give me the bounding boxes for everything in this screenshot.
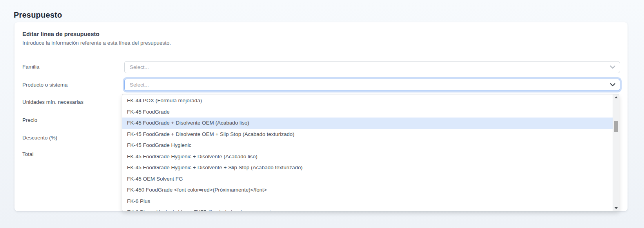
field-label-descuento: Descuento (%) xyxy=(22,135,57,141)
dropdown-option[interactable]: FK-45 FoodGrade + Disolvente OEM + Slip … xyxy=(122,129,613,140)
producto-select-placeholder: Select... xyxy=(125,82,605,88)
dropdown-option[interactable]: FK-45 FoodGrade Hygienic + Disolvente + … xyxy=(122,162,613,174)
scrollbar-thumb[interactable] xyxy=(614,121,618,132)
page: Presupuesto Editar línea de presupuesto … xyxy=(0,0,644,228)
field-label-producto: Producto o sistema xyxy=(22,82,68,88)
dropdown-option[interactable]: FK-45 FoodGrade Hygienic xyxy=(122,140,613,151)
scroll-down-arrow-icon[interactable] xyxy=(613,205,619,211)
dropdown-options: FK-44 POX (Fórmula mejorada)FK-45 FoodGr… xyxy=(122,94,613,212)
card-title: Editar línea de presupuesto xyxy=(22,31,100,37)
dropdown-option[interactable]: FK-6 Plus xyxy=(122,196,613,207)
producto-dropdown-listbox: FK-44 POX (Fórmula mejorada)FK-45 FoodGr… xyxy=(122,94,619,212)
dropdown-option[interactable]: FK-450 FoodGrade <font color=red>(Próxim… xyxy=(122,185,613,196)
field-label-total: Total xyxy=(22,151,34,157)
page-title: Presupuesto xyxy=(14,11,62,20)
dropdown-option[interactable]: FK-45 FoodGrade xyxy=(122,107,613,118)
dropdown-option[interactable]: FK-6 Plus + Hygienic Liso + FK75 (limpia… xyxy=(122,207,613,212)
dropdown-option[interactable]: FK-45 FoodGrade + Disolvente OEM (Acabad… xyxy=(122,118,613,129)
dropdown-option[interactable]: FK-45 OEM Solvent FG xyxy=(122,174,613,185)
familia-select-placeholder: Select... xyxy=(125,64,605,70)
dropdown-option[interactable]: FK-45 FoodGrade Hygienic + Disolvente (A… xyxy=(122,151,613,163)
chevron-down-icon xyxy=(605,65,620,69)
card-subtitle: Introduce la información referente a est… xyxy=(22,40,171,46)
field-label-precio: Precio xyxy=(22,117,37,123)
producto-select[interactable]: Select... xyxy=(124,79,620,91)
field-label-familia: Familia xyxy=(22,64,40,70)
familia-select[interactable]: Select... xyxy=(124,61,620,73)
dropdown-option[interactable]: FK-44 POX (Fórmula mejorada) xyxy=(122,95,613,107)
chevron-down-icon xyxy=(605,83,620,87)
field-label-unidades: Unidades mín. necesarias xyxy=(22,99,83,105)
scroll-up-arrow-icon[interactable] xyxy=(613,94,619,100)
dropdown-scrollbar[interactable] xyxy=(613,94,619,211)
